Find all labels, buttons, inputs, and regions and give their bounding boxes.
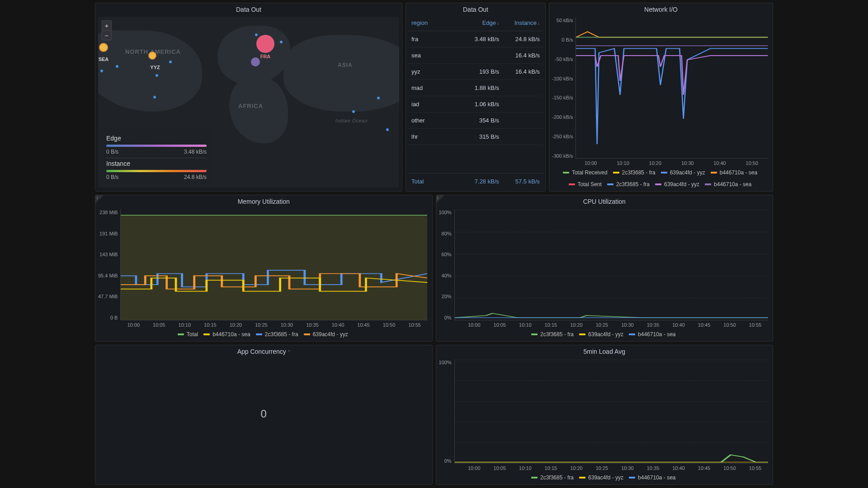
cell-region: fra xyxy=(411,36,458,42)
panel-data-out-table: Data Out region Edge↓ Instance↓ fra 3.48… xyxy=(406,3,546,192)
panel-title[interactable]: App Concurrency˅ xyxy=(95,345,432,357)
table-row[interactable]: other 354 B/s xyxy=(408,113,543,129)
panel-title[interactable]: Data Out xyxy=(95,3,402,15)
map-body[interactable]: + − NORTH AMERICA AFRICA ASIA Indian Oce… xyxy=(98,17,399,188)
panel-info-icon[interactable]: i xyxy=(95,195,104,203)
legend-swatch-icon xyxy=(178,333,184,335)
panel-title[interactable]: 5min Load Avg xyxy=(436,345,773,357)
panel-app-concurrency: App Concurrency˅ 0 xyxy=(95,345,433,485)
instance-gradient-bar xyxy=(106,170,207,172)
edge-grad-max: 3.48 kB/s xyxy=(184,149,207,155)
network-plot-area[interactable] xyxy=(576,18,768,159)
legend-item[interactable]: b446710a - sea xyxy=(203,331,250,338)
cell-instance: 16.4 kB/s xyxy=(499,52,540,59)
legend-item[interactable]: 639ac4fd - yyz xyxy=(304,331,348,338)
network-legend: Total Received2c3f3685 - fra639ac4fd - y… xyxy=(552,169,768,188)
cell-region: mad xyxy=(411,84,458,91)
legend-swatch-icon xyxy=(579,477,585,479)
legend-swatch-icon xyxy=(661,172,667,174)
memory-plot-area[interactable] xyxy=(120,210,427,320)
panel-memory-utilization: i Memory Utilization 238 MiB191 MiB143 M… xyxy=(95,195,433,342)
svg-marker-0 xyxy=(121,215,427,320)
legend-swatch-icon xyxy=(531,477,538,479)
load-plot-area[interactable] xyxy=(454,360,768,464)
legend-item[interactable]: b446710a - sea xyxy=(629,331,675,338)
legend-item[interactable]: 2c3f3685 - fra xyxy=(531,474,574,481)
footer-edge-total: 7.28 kB/s xyxy=(458,178,499,185)
table-header-row: region Edge↓ Instance↓ xyxy=(408,15,543,31)
zoom-out-button[interactable]: − xyxy=(102,30,112,40)
legend-item[interactable]: b446710a - sea xyxy=(629,474,675,481)
cell-edge: 315 B/s xyxy=(458,133,499,140)
legend-label: 2c3f3685 - fra xyxy=(622,169,656,176)
legend-item[interactable]: 639ac4fd - yyz xyxy=(655,181,699,188)
legend-label: 639ac4fd - yyz xyxy=(588,474,623,481)
legend-item[interactable]: 639ac4fd - yyz xyxy=(579,474,623,481)
table-row[interactable]: mad 1.88 kB/s xyxy=(408,80,543,96)
legend-item[interactable]: 2c3f3685 - fra xyxy=(531,331,574,338)
header-instance[interactable]: Instance↓ xyxy=(499,19,540,26)
table-row[interactable]: iad 1.06 kB/s xyxy=(408,96,543,113)
panel-title[interactable]: Network I/O xyxy=(549,3,773,15)
legend-item[interactable]: b446710a - sea xyxy=(711,169,757,176)
panel-info-icon[interactable]: i xyxy=(436,195,444,203)
bubble-sea[interactable] xyxy=(99,43,108,52)
bubble-label-fra: FRA xyxy=(260,54,271,59)
legend-swatch-icon xyxy=(705,183,711,185)
legend-label: 639ac4fd - yyz xyxy=(313,331,348,338)
legend-label: 2c3f3685 - fra xyxy=(616,181,650,188)
legend-item[interactable]: 2c3f3685 - fra xyxy=(256,331,298,338)
zoom-in-button[interactable]: + xyxy=(102,20,112,30)
cpu-legend: 2c3f3685 - fra639ac4fd - yyzb446710a - s… xyxy=(439,330,769,338)
header-edge[interactable]: Edge↓ xyxy=(458,19,499,26)
legend-item[interactable]: 639ac4fd - yyz xyxy=(661,169,705,176)
legend-item[interactable]: 2c3f3685 - fra xyxy=(613,169,656,176)
cell-instance: 24.8 kB/s xyxy=(499,36,540,42)
table-row[interactable]: lhr 315 B/s xyxy=(408,129,543,145)
cell-edge: 354 B/s xyxy=(458,117,499,124)
cpu-plot-area[interactable] xyxy=(454,210,768,320)
bubble-mad[interactable] xyxy=(251,57,260,66)
load-y-axis: 100%0% xyxy=(439,360,454,464)
bubble-label-sea: SEA xyxy=(99,56,109,62)
table-row[interactable]: fra 3.48 kB/s 24.8 kB/s xyxy=(408,31,543,47)
panel-title[interactable]: Memory Utilization xyxy=(95,195,432,207)
panel-title[interactable]: Data Out xyxy=(406,3,545,15)
footer-instance-total: 57.5 kB/s xyxy=(499,178,540,185)
legend-label: 639ac4fd - yyz xyxy=(664,181,699,188)
legend-swatch-icon xyxy=(711,172,717,174)
legend-label: 639ac4fd - yyz xyxy=(670,169,705,176)
legend-label: Total Sent xyxy=(578,181,602,188)
panel-cpu-utilization: i CPU Utilization 100%80%60%40%20%0% 10:… xyxy=(436,195,774,342)
legend-item[interactable]: b446710a - sea xyxy=(705,181,751,188)
cell-edge: 1.88 kB/s xyxy=(458,84,499,91)
sort-arrow-icon: ↓ xyxy=(538,21,540,26)
table-row[interactable]: yyz 193 B/s 16.4 kB/s xyxy=(408,64,543,80)
legend-swatch-icon xyxy=(563,172,569,174)
legend-label: 639ac4fd - yyz xyxy=(588,331,623,338)
bubble-yyz[interactable] xyxy=(148,52,156,60)
cell-edge: 3.48 kB/s xyxy=(458,36,499,42)
legend-item[interactable]: Total xyxy=(178,331,198,338)
legend-item[interactable]: Total Sent xyxy=(569,181,602,188)
legend-item[interactable]: 639ac4fd - yyz xyxy=(579,331,623,338)
memory-x-axis: 10:0010:0510:1010:1510:2010:2510:3010:35… xyxy=(98,320,428,330)
legend-item[interactable]: 2c3f3685 - fra xyxy=(607,181,650,188)
table-row[interactable]: sea 16.4 kB/s xyxy=(408,47,543,64)
cpu-x-axis: 10:0010:0510:1010:1510:2010:2510:3010:35… xyxy=(439,320,769,330)
header-region[interactable]: region xyxy=(411,19,458,26)
cell-region: other xyxy=(411,117,458,124)
legend-label: 2c3f3685 - fra xyxy=(265,331,298,338)
legend-swatch-icon xyxy=(579,333,585,335)
footer-total-label: Total xyxy=(411,178,458,185)
bubble-label-yyz: YYZ xyxy=(150,65,160,70)
cell-region: lhr xyxy=(411,133,458,140)
bubble-fra[interactable] xyxy=(256,35,274,53)
cell-region: iad xyxy=(411,101,458,108)
inst-grad-max: 24.8 kB/s xyxy=(184,174,207,180)
panel-title[interactable]: CPU Utilization xyxy=(436,195,773,207)
legend-instance-title: Instance xyxy=(106,160,207,167)
legend-label: 2c3f3685 - fra xyxy=(540,331,574,338)
memory-legend: Totalb446710a - sea2c3f3685 - fra639ac4f… xyxy=(98,330,428,338)
legend-item[interactable]: Total Received xyxy=(563,169,608,176)
